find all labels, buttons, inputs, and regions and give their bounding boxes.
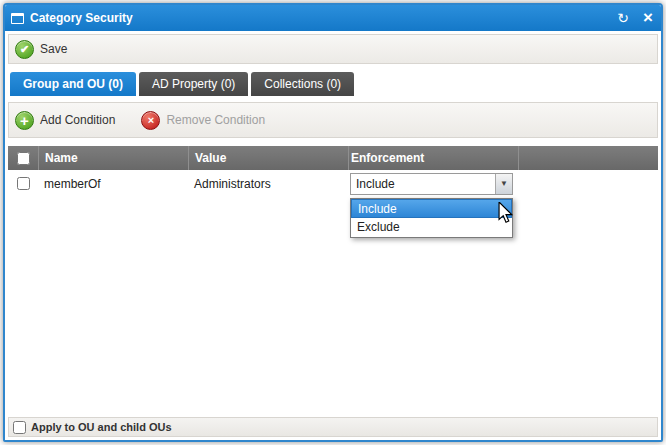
save-toolbar: ✔ Save [8, 34, 658, 64]
save-button-label: Save [40, 42, 67, 56]
tab-ad-property[interactable]: AD Property (0) [139, 72, 248, 96]
apply-ou-label: Apply to OU and child OUs [31, 421, 172, 433]
row-filler [518, 170, 658, 197]
condition-toolbar: + Add Condition × Remove Condition [8, 102, 658, 138]
dropdown-option-exclude[interactable]: Exclude [351, 218, 512, 237]
header-name: Name [38, 146, 188, 170]
remove-condition-label: Remove Condition [166, 113, 265, 127]
add-condition-icon: + [15, 111, 34, 130]
enforcement-dropdown[interactable]: Include ▼ [350, 173, 513, 195]
apply-ou-checkbox[interactable] [13, 421, 26, 434]
add-condition-button[interactable]: + Add Condition [15, 111, 115, 130]
row-enforcement-cell: Include ▼ [348, 173, 518, 195]
tab-collections[interactable]: Collections (0) [251, 72, 354, 96]
save-button[interactable]: ✔ Save [15, 40, 67, 59]
header-filler [518, 146, 658, 170]
remove-condition-button[interactable]: × Remove Condition [141, 111, 265, 130]
row-checkbox[interactable] [17, 177, 30, 190]
refresh-icon[interactable]: ↻ [617, 11, 629, 25]
select-all-checkbox[interactable] [17, 152, 30, 165]
remove-condition-icon: × [141, 111, 160, 130]
dropdown-option-include[interactable]: Include [351, 199, 512, 218]
window-icon [11, 13, 24, 24]
category-security-dialog: Category Security ↻ × ✔ Save Group and O… [3, 3, 663, 442]
window-title: Category Security [30, 11, 133, 25]
tab-bar: Group and OU (0) AD Property (0) Collect… [8, 72, 658, 96]
titlebar: Category Security ↻ × [5, 5, 661, 31]
footer-bar: Apply to OU and child OUs [8, 417, 658, 437]
tab-group-and-ou[interactable]: Group and OU (0) [10, 72, 136, 96]
row-checkbox-cell [8, 177, 38, 190]
save-check-icon: ✔ [15, 40, 34, 59]
row-name-cell: memberOf [38, 177, 188, 191]
table-header: Name Value Enforcement [8, 146, 658, 170]
enforcement-selected-value: Include [351, 177, 495, 191]
enforcement-dropdown-popup: Include Exclude [350, 198, 513, 238]
header-checkbox-cell [8, 152, 38, 165]
row-value-cell: Administrators [188, 177, 348, 191]
add-condition-label: Add Condition [40, 113, 115, 127]
dropdown-arrow-icon[interactable]: ▼ [495, 174, 512, 194]
header-enforcement: Enforcement [348, 146, 518, 170]
table-row: memberOf Administrators Include ▼ [8, 170, 658, 197]
close-icon[interactable]: × [643, 11, 653, 25]
dialog-body: ✔ Save Group and OU (0) AD Property (0) … [5, 31, 661, 200]
header-value: Value [188, 146, 348, 170]
